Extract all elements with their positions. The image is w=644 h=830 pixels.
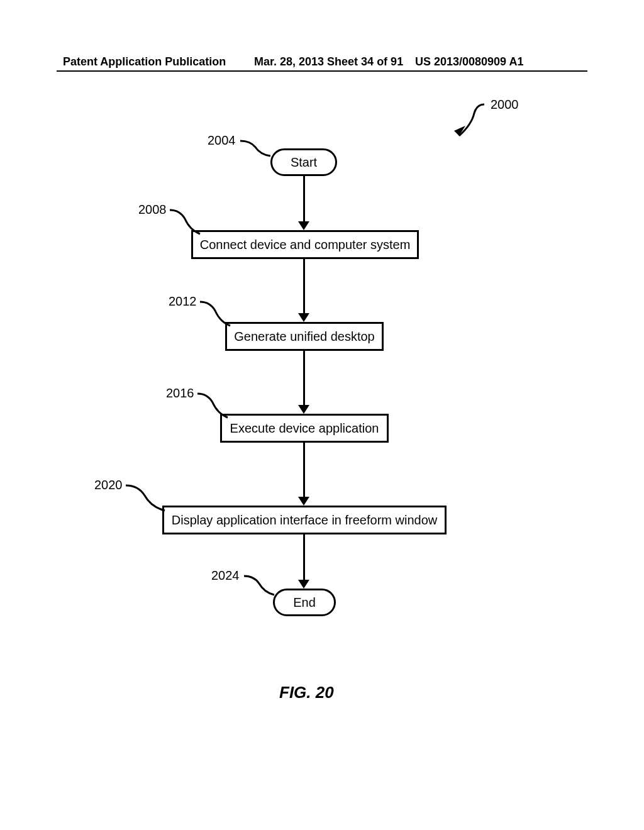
leader-step3 (195, 390, 230, 421)
arrow-1 (303, 176, 305, 223)
node-step2: Generate unified desktop (225, 322, 384, 351)
node-step3-label: Execute device application (230, 421, 379, 436)
leader-step1 (167, 206, 203, 238)
leader-step4 (123, 482, 167, 514)
node-end-label: End (293, 595, 316, 610)
figure-caption: FIG. 20 (279, 683, 334, 702)
arrowhead-1 (298, 221, 309, 230)
arrowhead-5 (298, 580, 309, 589)
node-step4: Display application interface in freefor… (162, 506, 447, 534)
leader-arrow-overall (453, 99, 491, 143)
leader-step2 (197, 298, 233, 329)
ref-start: 2004 (208, 133, 236, 148)
ref-step3: 2016 (166, 386, 194, 401)
node-start-label: Start (291, 155, 317, 170)
leader-end (242, 572, 277, 599)
arrow-2 (303, 259, 305, 314)
flowchart: 2000 Start 2004 Connect device and compu… (0, 0, 644, 830)
node-start: Start (270, 148, 337, 176)
arrow-4 (303, 443, 305, 498)
node-step1: Connect device and computer system (191, 230, 419, 259)
leader-start (238, 137, 273, 160)
node-step1-label: Connect device and computer system (200, 238, 411, 252)
node-end: End (273, 589, 336, 616)
arrowhead-2 (298, 313, 309, 322)
arrowhead-4 (298, 497, 309, 506)
ref-step2: 2012 (169, 294, 197, 309)
arrow-3 (303, 351, 305, 406)
arrow-5 (303, 534, 305, 581)
ref-overall: 2000 (491, 97, 519, 112)
node-step2-label: Generate unified desktop (234, 329, 375, 344)
node-step4-label: Display application interface in freefor… (172, 513, 437, 528)
ref-step4: 2020 (94, 478, 123, 492)
ref-step1: 2008 (138, 202, 167, 217)
arrowhead-3 (298, 405, 309, 414)
node-step3: Execute device application (220, 414, 389, 443)
ref-end: 2024 (211, 568, 240, 583)
